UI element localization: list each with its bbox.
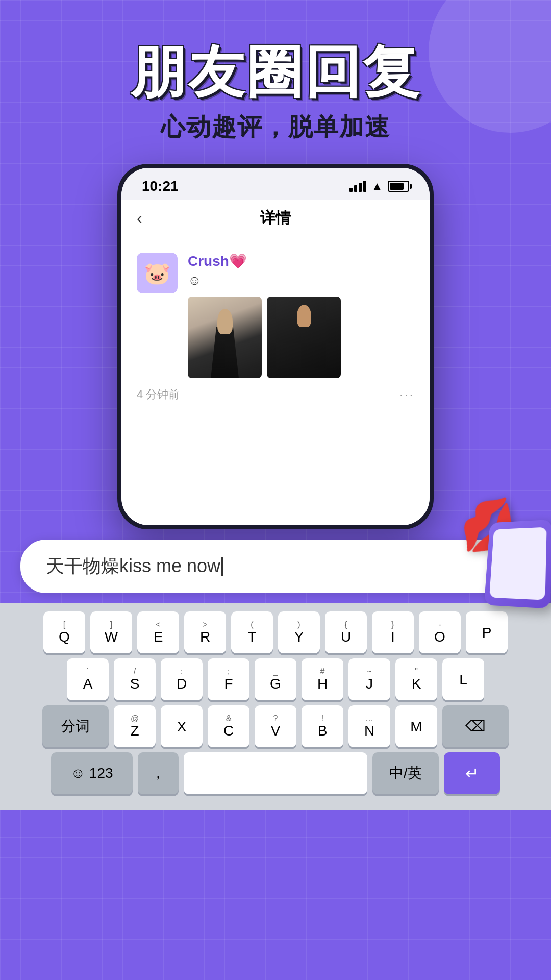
status-time: 10:21 bbox=[142, 178, 179, 194]
phone-inner: 10:21 ▲ ‹ 详情 bbox=[121, 168, 430, 525]
post-header: 🐷 Crush💗 ☺ bbox=[137, 253, 414, 378]
post-body: Crush💗 ☺ bbox=[188, 253, 414, 378]
key-p[interactable]: P bbox=[466, 611, 508, 653]
key-lang-switch[interactable]: 中/英 bbox=[372, 752, 439, 794]
post-username: Crush💗 bbox=[188, 253, 414, 270]
sub-title: 心动趣评，脱单加速 bbox=[130, 111, 421, 143]
post-image-1 bbox=[188, 297, 262, 378]
keyboard-row-4: ☺ 123 ， 中/英 ↵ bbox=[4, 752, 547, 794]
header-section: 朋友圈回复 心动趣评，脱单加速 bbox=[130, 41, 421, 143]
key-e[interactable]: < E bbox=[137, 611, 179, 653]
signal-icon bbox=[349, 181, 366, 192]
keyboard-row-2: ` A / S : D ; F _ G # H bbox=[4, 658, 547, 700]
input-section: 天干物燥kiss me now 💋 bbox=[0, 540, 551, 593]
back-button[interactable]: ‹ bbox=[137, 209, 142, 228]
key-d[interactable]: : D bbox=[161, 658, 203, 700]
page-wrapper: 朋友圈回复 心动趣评，脱单加速 10:21 ▲ bbox=[0, 0, 551, 980]
key-g[interactable]: _ G bbox=[255, 658, 296, 700]
key-v[interactable]: ? V bbox=[255, 705, 296, 747]
key-w[interactable]: ] W bbox=[90, 611, 132, 653]
post-time: 4 分钟前 bbox=[137, 387, 180, 402]
key-b[interactable]: ! B bbox=[302, 705, 343, 747]
post-image-2 bbox=[267, 297, 341, 378]
deco-phone-screen bbox=[489, 527, 547, 600]
chat-spacer bbox=[121, 413, 430, 525]
signal-bar-3 bbox=[359, 183, 362, 192]
wifi-icon: ▲ bbox=[371, 180, 383, 193]
key-backspace[interactable]: ⌫ bbox=[442, 705, 509, 747]
key-s[interactable]: / S bbox=[114, 658, 156, 700]
key-fenci[interactable]: 分词 bbox=[42, 705, 109, 747]
key-r[interactable]: > R bbox=[184, 611, 226, 653]
key-i[interactable]: } I bbox=[372, 611, 414, 653]
battery-icon bbox=[388, 181, 409, 192]
text-cursor bbox=[221, 557, 223, 576]
keyboard-row-1: [ Q ] W < E > R ( T ) Y bbox=[4, 611, 547, 653]
key-k[interactable]: " K bbox=[395, 658, 437, 700]
key-c[interactable]: & C bbox=[208, 705, 249, 747]
key-x[interactable]: X bbox=[161, 705, 203, 747]
more-button[interactable]: ··· bbox=[399, 386, 414, 403]
signal-bar-1 bbox=[349, 188, 353, 192]
chat-content: 🐷 Crush💗 ☺ 4 分钟前 ··· bbox=[121, 237, 430, 413]
keyboard: [ Q ] W < E > R ( T ) Y bbox=[0, 603, 551, 810]
key-t[interactable]: ( T bbox=[231, 611, 273, 653]
main-title: 朋友圈回复 bbox=[130, 41, 421, 103]
key-l[interactable]: L bbox=[442, 658, 484, 700]
key-n[interactable]: … N bbox=[348, 705, 390, 747]
key-a[interactable]: ` A bbox=[67, 658, 109, 700]
keyboard-row-3: 分词 @ Z X & C ? V ! B … bbox=[4, 705, 547, 747]
key-comma[interactable]: ， bbox=[138, 752, 179, 794]
key-emoji-123[interactable]: ☺ 123 bbox=[51, 752, 133, 794]
key-f[interactable]: ; F bbox=[208, 658, 249, 700]
key-h[interactable]: # H bbox=[302, 658, 343, 700]
avatar-emoji: 🐷 bbox=[144, 261, 170, 286]
key-z[interactable]: @ Z bbox=[114, 705, 156, 747]
nav-bar: ‹ 详情 bbox=[121, 200, 430, 237]
status-icons: ▲ bbox=[349, 180, 409, 193]
signal-bar-4 bbox=[363, 181, 366, 192]
post-images bbox=[188, 297, 414, 378]
key-m[interactable]: M bbox=[395, 705, 437, 747]
key-y[interactable]: ) Y bbox=[278, 611, 320, 653]
deco-phone-body bbox=[484, 520, 551, 609]
key-space[interactable] bbox=[184, 752, 367, 794]
input-box[interactable]: 天干物燥kiss me now bbox=[20, 540, 531, 593]
avatar: 🐷 bbox=[137, 253, 178, 293]
signal-bar-2 bbox=[354, 185, 357, 192]
input-text: 天干物燥kiss me now bbox=[46, 554, 220, 579]
key-q[interactable]: [ Q bbox=[43, 611, 85, 653]
decoration-phone: 💋 bbox=[469, 509, 551, 611]
key-u[interactable]: { U bbox=[325, 611, 367, 653]
nav-title: 详情 bbox=[260, 208, 291, 229]
post-footer: 4 分钟前 ··· bbox=[137, 386, 414, 403]
post-text: ☺ bbox=[188, 273, 414, 288]
key-return[interactable]: ↵ bbox=[444, 752, 500, 794]
phone-mockup: 10:21 ▲ ‹ 详情 bbox=[117, 164, 434, 529]
key-j[interactable]: ~ J bbox=[348, 658, 390, 700]
key-o[interactable]: - O bbox=[419, 611, 461, 653]
status-bar: 10:21 ▲ bbox=[121, 168, 430, 200]
battery-fill bbox=[390, 183, 404, 190]
